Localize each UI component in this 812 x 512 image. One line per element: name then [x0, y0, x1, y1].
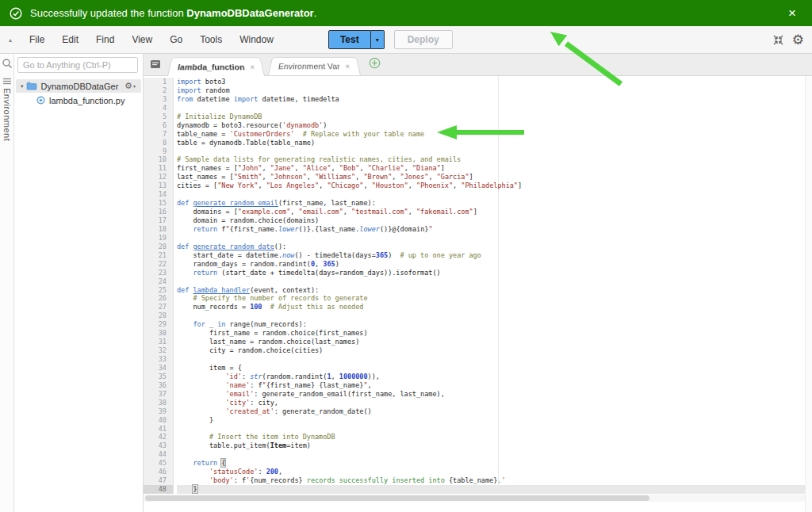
line-number: 6: [144, 121, 173, 130]
line-number: 30: [144, 329, 173, 338]
folder-settings-gear-icon[interactable]: ⚙▾: [124, 81, 141, 91]
code-line: }: [177, 416, 812, 425]
tree-folder-row[interactable]: ▾ DynamoDBDataGer ⚙▾: [16, 79, 141, 93]
folder-name: DynamoDBDataGer: [41, 82, 119, 91]
line-number: 8: [144, 139, 173, 147]
line-number: 43: [144, 441, 173, 450]
preferences-gear-icon[interactable]: ⚙: [792, 32, 804, 48]
code-line: def generate_random_email(first_name, la…: [177, 199, 812, 208]
line-number: 2: [144, 86, 173, 95]
line-number: 42: [144, 433, 173, 441]
code-line: cities = ["New York", "Los Angeles", "Ch…: [177, 181, 812, 190]
menu-item-window[interactable]: Window: [231, 29, 282, 50]
tab-close-icon[interactable]: ×: [345, 62, 351, 71]
line-number: 29: [144, 320, 173, 329]
line-number: 32: [144, 346, 173, 355]
line-number: 5: [144, 113, 173, 121]
code-line: last_names = ["Smith", "Johnson", "Willi…: [177, 173, 812, 181]
code-line: table = dynamodb.Table(table_name): [177, 139, 812, 147]
line-number: 35: [144, 373, 173, 381]
code-editor[interactable]: 1234567891011121314151617181920212223242…: [144, 76, 812, 512]
menu-item-find[interactable]: Find: [87, 29, 123, 50]
code-line: 'id': str(random.randint(1, 1000000)),: [177, 373, 812, 381]
folder-expand-caret[interactable]: ▾: [21, 83, 24, 90]
line-number: 36: [144, 381, 173, 390]
code-line: [177, 190, 812, 199]
tab-list-icon[interactable]: [150, 58, 161, 72]
menu-item-edit[interactable]: Edit: [53, 29, 87, 50]
toggle-fullscreen-icon[interactable]: [772, 35, 784, 45]
tab-close-icon[interactable]: ×: [249, 63, 255, 71]
editor-pane: lambda_function×Environment Var× 1234567…: [143, 54, 812, 512]
code-line: random_days = random.randint(0, 365): [177, 260, 812, 269]
code-line: import random: [177, 86, 812, 95]
environment-label: Environment: [2, 88, 12, 141]
code-line: 'created_at': generate_random_date(): [177, 407, 812, 416]
line-number: 10: [144, 155, 173, 164]
horizontal-scrollbar-thumb[interactable]: [145, 495, 649, 501]
code-line: # Sample data lists for generating reali…: [177, 155, 812, 164]
horizontal-scrollbar[interactable]: [144, 495, 812, 502]
add-tab-icon[interactable]: [369, 57, 381, 72]
code-line: table.put_item(Item=item): [177, 441, 812, 450]
menu-item-file[interactable]: File: [21, 29, 53, 50]
line-number: 27: [144, 303, 173, 311]
menu-item-view[interactable]: View: [123, 29, 161, 50]
tab-environment-var[interactable]: Environment Var×: [268, 57, 361, 75]
tab-bar: lambda_function×Environment Var×: [144, 54, 812, 76]
tab-label: Environment Var: [278, 62, 341, 71]
test-dropdown-caret[interactable]: ▾: [371, 30, 385, 49]
code-line: [177, 234, 812, 243]
code-line: # Insert the item into DynamoDB: [177, 433, 812, 441]
menu-item-go[interactable]: Go: [161, 29, 191, 50]
banner-close-icon[interactable]: ×: [782, 5, 802, 21]
code-line: domain = random.choice(domains): [177, 216, 812, 225]
line-number: 15: [144, 199, 173, 208]
line-number: 44: [144, 450, 173, 459]
run-group: Test ▾ Deploy: [328, 30, 453, 49]
line-number: 41: [144, 425, 173, 434]
menu-bar: ▴ FileEditFindViewGoToolsWindow Test ▾ D…: [0, 26, 812, 54]
code-content[interactable]: import boto3import randomfrom datetime i…: [177, 78, 812, 494]
code-line: for _ in range(num_records):: [177, 320, 812, 329]
tree-file-row[interactable]: lambda_function.py: [14, 94, 143, 107]
tab-lambda_function[interactable]: lambda_function×: [167, 57, 265, 76]
environment-panel-tab[interactable]: Environment: [0, 78, 14, 141]
code-line: [177, 104, 812, 113]
code-line: [177, 425, 812, 434]
file-tree-panel: ▾ DynamoDBDataGer ⚙▾ lambda_function.py: [14, 54, 143, 512]
code-line: [177, 450, 812, 459]
line-number: 40: [144, 416, 173, 425]
line-number: 25: [144, 286, 173, 295]
line-number: 14: [144, 190, 173, 199]
line-number: 21: [144, 251, 173, 260]
code-line: start_date = datetime.now() - timedelta(…: [177, 251, 812, 260]
code-line: last_name = random.choice(last_names): [177, 338, 812, 346]
banner-message: Successfully updated the function Dynamo…: [30, 7, 316, 19]
code-line: from datetime import datetime, timedelta: [177, 95, 812, 104]
environment-tab-icon: [3, 78, 11, 85]
line-number: 28: [144, 311, 173, 320]
vertical-scrollbar[interactable]: [805, 76, 812, 512]
code-line: 'city': city,: [177, 399, 812, 407]
deploy-button[interactable]: Deploy: [394, 30, 453, 49]
line-number: 9: [144, 147, 173, 156]
go-to-anything-input[interactable]: [17, 57, 138, 73]
line-number: 1: [144, 78, 173, 86]
menu-item-tools[interactable]: Tools: [191, 29, 231, 50]
code-line: 'statusCode': 200,: [177, 468, 812, 476]
code-line: }: [177, 485, 812, 494]
line-number: 39: [144, 407, 173, 416]
code-line: def lambda_handler(event, context):: [177, 286, 812, 295]
line-number: 19: [144, 234, 173, 243]
collapse-menubar-icon[interactable]: ▴: [0, 36, 21, 44]
search-icon[interactable]: [2, 58, 13, 72]
test-button[interactable]: Test: [328, 30, 371, 49]
code-line: import boto3: [177, 78, 812, 86]
line-number: 18: [144, 225, 173, 234]
code-line: num_records = 100 # Adjust this as neede…: [177, 303, 812, 311]
code-line: return f"{first_name.lower()}.{last_name…: [177, 225, 812, 234]
tabs: lambda_function×Environment Var×: [167, 55, 364, 75]
code-line: [177, 311, 812, 320]
line-number-gutter: 1234567891011121314151617181920212223242…: [144, 78, 174, 494]
